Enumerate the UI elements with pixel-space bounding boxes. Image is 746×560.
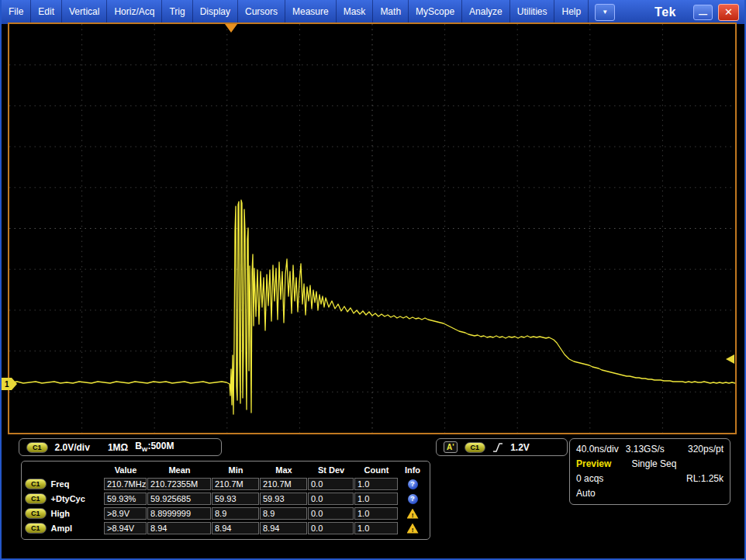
measurement-count: 1.0 [354,507,398,520]
menu-item-myscope[interactable]: MyScope [409,0,462,24]
channel-badge: C1 [26,442,48,453]
menu-item-display[interactable]: Display [193,0,238,24]
trigger-readout[interactable]: A' C1 1.2V [436,438,568,456]
measurement-min: 59.93 [212,493,259,505]
measurement-mean: 59.925685 [147,493,211,505]
info-icon[interactable]: ! [407,524,419,534]
channel-badge: C1 [25,523,47,534]
measurement-info: ! [399,509,427,519]
header-count: Count [354,465,399,475]
measurement-name: +DtyCyc [51,494,85,503]
measurement-name: High [51,509,70,518]
menu-item-file[interactable]: File [2,0,31,24]
channel-badge: C1 [25,479,47,489]
menu-item-vertical[interactable]: Vertical [62,0,107,24]
measurement-value: >8.94V [104,522,147,534]
sample-rate-readout: 3.13GS/s [626,442,665,457]
tek-logo: Tek [654,5,676,19]
measurement-mean: 8.8999999 [147,507,211,520]
record-length: RL:1.25k [686,472,724,486]
trigger-level-marker[interactable] [726,354,734,364]
measurement-value: >8.9V [104,507,147,520]
menu-overflow-button[interactable]: ▼ [595,4,615,21]
measurement-stdev: 0.0 [308,522,354,534]
header-min: Min [212,465,260,475]
acquisition-mode: Single Seq [631,457,676,472]
oscilloscope-window: File Edit Vertical Horiz/Acq Trig Displa… [0,0,746,560]
header-mean: Mean [147,465,212,475]
vertical-scale: 2.0V/div [55,442,90,453]
measurement-name: Freq [51,479,70,489]
resolution-readout: 320ps/pt [688,442,724,457]
measurement-count: 1.0 [354,493,398,505]
measurement-mean: 210.72355M [147,478,211,490]
measurement-max: 59.93 [260,493,307,505]
measurement-row: C1 Ampl >8.94V 8.94 8.94 8.94 0.0 1.0 ! [25,521,427,535]
measurement-table: Value Mean Min Max St Dev Count Info C1 … [21,461,430,540]
channel-badge: C1 [25,508,47,519]
menu-item-horiz-acq[interactable]: Horiz/Acq [107,0,162,24]
measurement-header-row: Value Mean Min Max St Dev Count Info [25,463,427,476]
measurement-stdev: 0.0 [308,507,354,520]
channel-readout[interactable]: C1 2.0V/div 1MΩ BW:500M [19,438,222,456]
measurement-info: ! [399,524,427,534]
measurement-label: C1 High [25,508,104,519]
trigger-position-marker[interactable] [225,24,237,33]
measurement-max: 210.7M [260,478,307,490]
measurement-label: C1 Ampl [25,523,104,534]
menu-item-cursors[interactable]: Cursors [238,0,285,24]
menu-item-edit[interactable]: Edit [31,0,62,24]
menu-item-analyze[interactable]: Analyze [462,0,510,24]
measurement-name: Ampl [51,524,73,533]
waveform-display [8,22,737,434]
preview-status: Preview [576,457,611,472]
measurement-row: C1 High >8.9V 8.8999999 8.9 8.9 0.0 1.0 … [25,506,427,520]
timebase-readout: 40.0ns/div [576,442,619,457]
measurement-row: C1 Freq 210.7MHz 210.72355M 210.7M 210.7… [25,477,427,491]
menu-item-mask[interactable]: Mask [337,0,374,24]
bandwidth-readout: BW:500M [135,441,174,453]
measurement-count: 1.0 [354,522,398,534]
horizontal-acquisition-panel[interactable]: 40.0ns/div 3.13GS/s 320ps/pt Preview Sin… [569,438,730,505]
header-max: Max [260,465,308,475]
menu-item-help[interactable]: Help [554,0,589,24]
measurement-label: C1 Freq [25,479,104,489]
measurement-count: 1.0 [354,478,398,490]
measurement-max: 8.94 [260,522,307,534]
trigger-source-badge: C1 [465,442,486,453]
measurement-value: 59.93% [104,493,147,505]
menubar-spacer [615,0,654,24]
acquisition-count: 0 acqs [576,472,603,486]
close-icon: ✕ [724,6,733,18]
header-value: Value [104,465,147,475]
info-icon[interactable]: ! [407,509,419,519]
trigger-mode: Auto [576,486,596,501]
measurement-stdev: 0.0 [308,493,354,505]
measurement-min: 8.94 [212,522,259,534]
trigger-level-value: 1.2V [510,442,530,453]
menu-bar: File Edit Vertical Horiz/Acq Trig Displa… [2,0,744,24]
minimize-button[interactable]: — [693,5,713,20]
measurement-info: ? [399,494,427,504]
measurement-row: C1 +DtyCyc 59.93% 59.925685 59.93 59.93 … [25,492,427,506]
header-info: Info [399,465,427,475]
channel-badge: C1 [25,493,47,504]
measurement-stdev: 0.0 [308,478,354,490]
menu-item-trig[interactable]: Trig [162,0,192,24]
measurement-info: ? [399,479,427,489]
menu-item-utilities[interactable]: Utilities [510,0,555,24]
menu-item-measure[interactable]: Measure [285,0,337,24]
input-impedance: 1MΩ [108,442,128,453]
measurement-max: 8.9 [260,507,307,520]
chevron-down-icon: ▼ [602,9,608,16]
waveform-plot [9,24,735,433]
close-button[interactable]: ✕ [718,4,739,21]
measurement-min: 8.9 [212,507,259,520]
measurement-min: 210.7M [212,478,259,490]
trigger-bus-badge: A' [444,441,458,453]
info-icon[interactable]: ? [408,479,418,489]
measurement-value: 210.7MHz [104,478,147,490]
rising-edge-icon [492,442,503,453]
menu-item-math[interactable]: Math [373,0,409,24]
info-icon[interactable]: ? [408,494,418,504]
